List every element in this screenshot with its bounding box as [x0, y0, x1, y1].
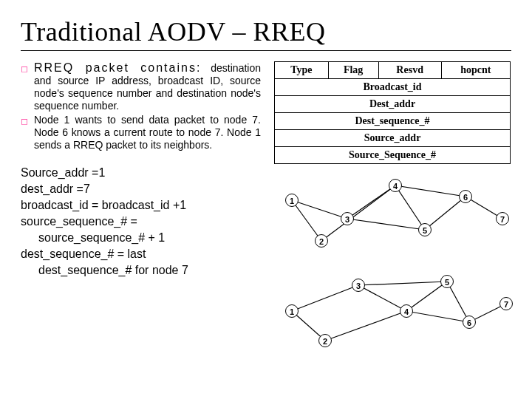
svg-line-7 [425, 197, 466, 230]
table-row: Dest_sequence_# [275, 113, 511, 130]
graph-node: 3 [352, 279, 365, 292]
graph-node: 1 [285, 194, 299, 207]
table-row: Broadcast_id [275, 79, 511, 96]
bullet-2-text: Node 1 wants to send data packet to node… [34, 114, 261, 151]
cell-broadcast-id: Broadcast_id [275, 79, 511, 96]
var-line: source_sequence_# = [21, 214, 261, 230]
cell-hopcnt: hopcnt [441, 62, 510, 79]
svg-line-5 [395, 185, 425, 230]
var-line: Source_addr =1 [21, 165, 261, 181]
slide-title: Traditional AODV – RREQ [21, 16, 511, 47]
cell-type: Type [275, 62, 329, 79]
graph-node: 3 [341, 212, 354, 225]
bullet-2: ◻ Node 1 wants to send data packet to no… [21, 114, 261, 151]
cell-dest-addr: Dest_addr [275, 96, 511, 113]
svg-line-15 [406, 311, 469, 322]
graph-node: 5 [440, 275, 454, 288]
var-line: dest_addr =7 [21, 181, 261, 197]
svg-line-2 [321, 185, 395, 241]
cell-dest-seq: Dest_sequence_# [275, 113, 511, 130]
graph-node: 2 [315, 234, 328, 248]
bullet-mark-icon: ◻ [21, 114, 34, 151]
right-column: Type Flag Resvd hopcnt Broadcast_id Dest… [274, 61, 511, 349]
svg-line-4 [347, 219, 425, 230]
graph-node: 5 [418, 223, 432, 236]
svg-line-6 [395, 185, 466, 197]
cell-resvd: Resvd [378, 62, 441, 79]
graph-node: 6 [459, 190, 472, 203]
svg-line-3 [347, 185, 395, 219]
graph-node: 2 [318, 334, 332, 347]
cell-source-addr: Source_addr [275, 130, 511, 147]
network-graph-bottom: 1234567 [274, 264, 511, 349]
graph-node: 4 [400, 304, 413, 318]
svg-line-1 [292, 200, 347, 219]
graph-node: 1 [285, 304, 299, 318]
network-graph-top: 1234567 [274, 171, 511, 256]
bullet-1-text: RREQ packet contains: destination and so… [34, 61, 261, 112]
svg-line-11 [325, 311, 406, 341]
left-column: ◻ RREQ packet contains: destination and … [21, 61, 261, 349]
graph-node: 6 [463, 316, 476, 329]
title-rule [21, 50, 511, 51]
table-row: Source_Sequence_# [275, 147, 511, 164]
table-row: Source_addr [275, 130, 511, 147]
svg-line-10 [292, 285, 358, 311]
bullet-1: ◻ RREQ packet contains: destination and … [21, 61, 261, 112]
svg-line-14 [406, 282, 447, 311]
graph-node: 7 [499, 297, 513, 310]
graph-node: 7 [496, 212, 509, 225]
var-line: dest_sequence_# for node 7 [21, 262, 261, 279]
svg-line-13 [358, 282, 447, 285]
graph-node: 4 [389, 179, 402, 192]
var-line: dest_sequence_# = last [21, 246, 261, 262]
variables-block: Source_addr =1 dest_addr =7 broadcast_id… [21, 165, 261, 279]
cell-source-seq: Source_Sequence_# [275, 147, 511, 164]
table-row: Type Flag Resvd hopcnt [275, 62, 511, 79]
var-line: source_sequence_# + 1 [21, 230, 261, 246]
bullet-mark-icon: ◻ [21, 61, 34, 112]
packet-format-table: Type Flag Resvd hopcnt Broadcast_id Dest… [274, 61, 511, 164]
var-line: broadcast_id = broadcast_id +1 [21, 197, 261, 214]
table-row: Dest_addr [275, 96, 511, 113]
svg-line-12 [358, 285, 406, 311]
cell-flag: Flag [328, 62, 378, 79]
